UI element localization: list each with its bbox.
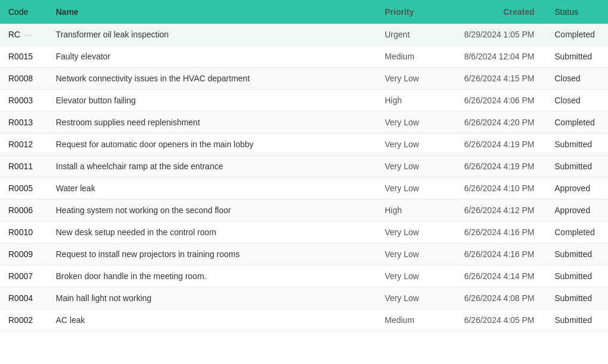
table-row[interactable]: R0013Restroom supplies need replenishmen…	[0, 112, 608, 134]
cell-priority: Medium	[376, 46, 436, 68]
cell-priority: Medium	[376, 309, 436, 331]
cell-priority: Very Low	[376, 156, 436, 178]
header-name: Name	[48, 0, 376, 24]
cell-created: 6/26/2024 4:06 PM	[436, 90, 543, 112]
code-value: R0011	[8, 162, 33, 171]
table-row[interactable]: R0011Install a wheelchair ramp at the si…	[0, 156, 608, 178]
cell-status: Submitted	[543, 309, 608, 331]
cell-status: Completed	[543, 221, 608, 243]
table-row[interactable]: R0004Main hall light not workingVery Low…	[0, 287, 608, 309]
cell-code: R0004	[0, 287, 48, 309]
cell-created: 8/6/2024 12:04 PM	[436, 46, 543, 68]
cell-status: Submitted	[543, 46, 608, 68]
cell-status: Completed	[543, 24, 608, 46]
table-body: RC···Transformer oil leak inspectionUrge…	[0, 24, 608, 331]
cell-priority: Very Low	[376, 265, 436, 287]
cell-priority: Urgent	[376, 24, 436, 46]
cell-code: R0010	[0, 221, 48, 243]
code-value: R0012	[8, 140, 33, 149]
cell-name: Request for automatic door openers in th…	[48, 134, 376, 156]
cell-status: Submitted	[543, 265, 608, 287]
cell-priority: Very Low	[376, 287, 436, 309]
cell-code: R0015	[0, 46, 48, 68]
cell-code: RC···	[0, 24, 48, 45]
table-row[interactable]: R0015Faulty elevatorMedium8/6/2024 12:04…	[0, 46, 608, 68]
table-row[interactable]: R0008Network connectivity issues in the …	[0, 68, 608, 90]
table-row[interactable]: R0010New desk setup needed in the contro…	[0, 221, 608, 243]
cell-code: R0008	[0, 68, 48, 90]
cell-status: Submitted	[543, 243, 608, 265]
cell-priority: Very Low	[376, 112, 436, 134]
cell-code: R0013	[0, 112, 48, 134]
code-value: R0002	[8, 315, 33, 325]
cell-name: Broken door handle in the meeting room.	[48, 265, 376, 287]
header-created: Created	[436, 0, 543, 24]
table-row[interactable]: R0009Request to install new projectors i…	[0, 243, 608, 265]
cell-code: R0011	[0, 156, 48, 178]
table-row[interactable]: R0006Heating system not working on the s…	[0, 200, 608, 221]
cell-status: Approved	[543, 178, 608, 200]
table-row[interactable]: R0005Water leakVery Low6/26/2024 4:10 PM…	[0, 178, 608, 200]
cell-created: 6/26/2024 4:20 PM	[436, 112, 543, 134]
code-value: R0015	[8, 52, 33, 61]
more-options-icon[interactable]: ···	[24, 30, 32, 39]
cell-created: 6/26/2024 4:16 PM	[436, 221, 543, 243]
main-table-container: Code Name Priority Created Status RC···T…	[0, 0, 608, 331]
cell-created: 6/26/2024 4:12 PM	[436, 200, 543, 221]
cell-name: Heating system not working on the second…	[48, 200, 376, 221]
cell-name: AC leak	[48, 309, 376, 331]
code-value: R0005	[8, 183, 33, 193]
cell-code: R0012	[0, 134, 48, 156]
cell-priority: Very Low	[376, 178, 436, 200]
cell-name: Transformer oil leak inspection	[48, 24, 376, 46]
cell-name: Request to install new projectors in tra…	[48, 243, 376, 265]
code-value: R0013	[8, 118, 33, 127]
header-code: Code	[0, 0, 48, 24]
cell-priority: Very Low	[376, 68, 436, 90]
cell-status: Approved	[543, 200, 608, 221]
cell-name: Restroom supplies need replenishment	[48, 112, 376, 134]
cell-priority: Very Low	[376, 221, 436, 243]
cell-priority: Very Low	[376, 134, 436, 156]
cell-code: R0002	[0, 309, 48, 331]
cell-priority: High	[376, 200, 436, 221]
cell-created: 8/29/2024 1:05 PM	[436, 24, 543, 46]
table-row[interactable]: R0003Elevator button failingHigh6/26/202…	[0, 90, 608, 112]
cell-status: Closed	[543, 90, 608, 112]
table-header-row: Code Name Priority Created Status	[0, 0, 608, 24]
cell-created: 6/26/2024 4:14 PM	[436, 265, 543, 287]
table-row[interactable]: R0007Broken door handle in the meeting r…	[0, 265, 608, 287]
cell-name: Elevator button failing	[48, 90, 376, 112]
code-value: R0007	[8, 271, 33, 281]
cell-code: R0007	[0, 265, 48, 287]
cell-created: 6/26/2024 4:08 PM	[436, 287, 543, 309]
cell-name: Faulty elevator	[48, 46, 376, 68]
cell-status: Closed	[543, 68, 608, 90]
table-row[interactable]: R0002AC leakMedium6/26/2024 4:05 PMSubmi…	[0, 309, 608, 331]
cell-created: 6/26/2024 4:19 PM	[436, 156, 543, 178]
code-value: R0004	[8, 293, 33, 303]
cell-status: Submitted	[543, 156, 608, 178]
cell-created: 6/26/2024 4:19 PM	[436, 134, 543, 156]
cell-code: R0006	[0, 200, 48, 221]
cell-status: Submitted	[543, 287, 608, 309]
requests-table: Code Name Priority Created Status RC···T…	[0, 0, 608, 331]
code-value: R0009	[8, 249, 33, 259]
header-priority: Priority	[376, 0, 436, 24]
cell-code: R0009	[0, 243, 48, 265]
cell-name: Network connectivity issues in the HVAC …	[48, 68, 376, 90]
code-value: R0008	[8, 74, 33, 83]
cell-name: New desk setup needed in the control roo…	[48, 221, 376, 243]
cell-created: 6/26/2024 4:05 PM	[436, 309, 543, 331]
code-value: R0010	[8, 227, 33, 237]
cell-created: 6/26/2024 4:10 PM	[436, 178, 543, 200]
cell-created: 6/26/2024 4:16 PM	[436, 243, 543, 265]
header-status: Status	[543, 0, 608, 24]
cell-priority: High	[376, 90, 436, 112]
cell-name: Install a wheelchair ramp at the side en…	[48, 156, 376, 178]
cell-code: R0005	[0, 178, 48, 200]
cell-name: Water leak	[48, 178, 376, 200]
table-row[interactable]: R0012Request for automatic door openers …	[0, 134, 608, 156]
table-row[interactable]: RC···Transformer oil leak inspectionUrge…	[0, 24, 608, 46]
cell-created: 6/26/2024 4:15 PM	[436, 68, 543, 90]
